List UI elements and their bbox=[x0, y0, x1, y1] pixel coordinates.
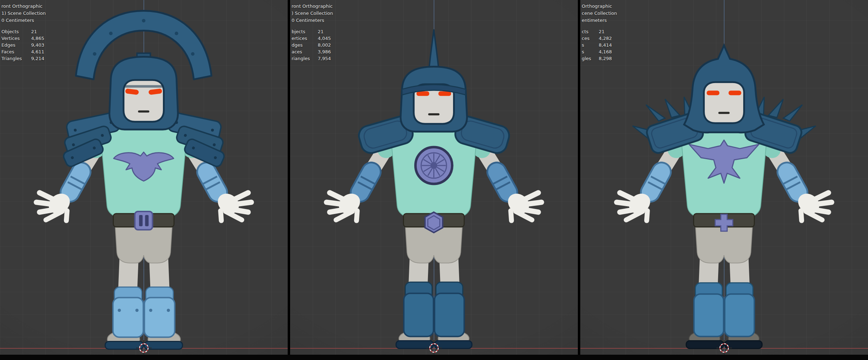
stat-label: dges bbox=[292, 42, 318, 48]
stat-value: 4,282 bbox=[599, 35, 612, 42]
left-boot bbox=[396, 282, 434, 349]
stat-label: Edges bbox=[1, 42, 31, 48]
units-label: 0 Centimeters bbox=[1, 17, 46, 24]
scene-stats: Objects21 Vertices4,865 Edges9,403 Faces… bbox=[1, 28, 46, 62]
stat-value: 21 bbox=[599, 28, 605, 35]
stat-label: Faces bbox=[1, 48, 31, 55]
stat-label: s bbox=[582, 48, 599, 55]
collection-name: 1) Scene Collection bbox=[1, 10, 46, 17]
view-name: ront Orthographic bbox=[292, 3, 333, 10]
stat-label: cts bbox=[582, 28, 599, 35]
stat-value: 4,168 bbox=[599, 48, 612, 55]
stat-label: riangles bbox=[292, 55, 318, 62]
stat-value: 7,954 bbox=[318, 55, 331, 62]
stat-value: 21 bbox=[318, 28, 324, 35]
scene-stats: bjects21 ertices4,045 dges8,002 aces3,98… bbox=[292, 28, 333, 62]
stat-value: 9,214 bbox=[31, 55, 44, 62]
viewport-overlay-text: Orthographic cene Collection entimeters … bbox=[582, 3, 617, 62]
left-eye bbox=[707, 91, 720, 95]
collection-name: ) Scene Collection bbox=[292, 10, 333, 17]
view-name: Orthographic bbox=[582, 3, 617, 10]
3d-cursor bbox=[426, 340, 442, 356]
units-label: entimeters bbox=[582, 17, 617, 24]
stat-triangles: gles8,298 bbox=[582, 55, 617, 62]
view-name: ront Orthographic bbox=[1, 3, 46, 10]
left-arm bbox=[617, 137, 685, 221]
viewport-overlay-text: ront Orthographic 1) Scene Collection 0 … bbox=[1, 3, 46, 62]
units-label: 0 Centimeters bbox=[292, 17, 333, 24]
stat-label: Triangles bbox=[1, 55, 31, 62]
stat-triangles: Triangles9,214 bbox=[1, 55, 46, 62]
3d-cursor bbox=[716, 340, 732, 356]
stat-label: s bbox=[582, 42, 599, 48]
mouth bbox=[428, 113, 440, 115]
viewport-panel-3[interactable]: Orthographic cene Collection entimeters … bbox=[580, 0, 868, 360]
stat-value: 8,414 bbox=[599, 42, 612, 48]
viewport-overlay-text: ront Orthographic ) Scene Collection 0 C… bbox=[292, 3, 333, 62]
left-boot bbox=[686, 283, 724, 349]
stat-label: ertices bbox=[292, 35, 318, 42]
stat-triangles: riangles7,954 bbox=[292, 55, 333, 62]
viewport-panel-1[interactable]: ront Orthographic 1) Scene Collection 0 … bbox=[0, 0, 288, 360]
stat-value: 8,002 bbox=[318, 42, 331, 48]
stat-vertices: ertices4,045 bbox=[292, 35, 333, 42]
stat-value: 21 bbox=[31, 28, 37, 35]
stat-edges: Edges9,403 bbox=[1, 42, 46, 48]
stat-label: aces bbox=[292, 48, 318, 55]
stat-value: 8,298 bbox=[599, 55, 612, 62]
mouth bbox=[138, 110, 149, 112]
stat-objects: bjects21 bbox=[292, 28, 333, 35]
stat-label: gles bbox=[582, 55, 599, 62]
right-eye bbox=[728, 91, 741, 95]
collection-name: cene Collection bbox=[582, 10, 617, 17]
3d-cursor bbox=[136, 340, 152, 356]
stat-faces: aces3,986 bbox=[292, 48, 333, 55]
stat-label: Objects bbox=[1, 28, 31, 35]
stat-value: 3,986 bbox=[318, 48, 331, 55]
stat-value: 9,403 bbox=[31, 42, 44, 48]
bottom-bar bbox=[0, 355, 868, 360]
stat-objects: cts21 bbox=[582, 28, 617, 35]
stat-vertices: Vertices4,865 bbox=[1, 35, 46, 42]
stat-value: 4,045 bbox=[318, 35, 331, 42]
right-eye bbox=[438, 91, 451, 96]
character-spike-helm-knight bbox=[290, 0, 578, 360]
stat-edges: s8,414 bbox=[582, 42, 617, 48]
mouth bbox=[719, 112, 730, 114]
stat-value: 4,865 bbox=[31, 35, 44, 42]
belt-buckle bbox=[135, 211, 153, 230]
stat-vertices: ces4,282 bbox=[582, 35, 617, 42]
helmet-spike bbox=[429, 30, 439, 70]
scene-stats: cts21 ces4,282 s8,414 s4,168 gles8,298 bbox=[582, 28, 617, 62]
belt bbox=[113, 211, 174, 230]
stat-edges: dges8,002 bbox=[292, 42, 333, 48]
viewport-panel-2[interactable]: ront Orthographic ) Scene Collection 0 C… bbox=[290, 0, 578, 360]
left-eye bbox=[417, 91, 429, 96]
blender-viewports: ront Orthographic 1) Scene Collection 0 … bbox=[0, 0, 868, 360]
stat-label: ces bbox=[582, 35, 599, 42]
stat-faces: s4,168 bbox=[582, 48, 617, 55]
stat-faces: Faces4,611 bbox=[1, 48, 46, 55]
chest-emblem-wheel bbox=[416, 147, 452, 184]
character-spiked-pauldron-knight bbox=[580, 0, 868, 360]
stat-label: bjects bbox=[292, 28, 318, 35]
stat-label: Vertices bbox=[1, 35, 31, 42]
head bbox=[703, 81, 745, 124]
stat-value: 4,611 bbox=[31, 48, 44, 55]
stat-objects: Objects21 bbox=[1, 28, 46, 35]
